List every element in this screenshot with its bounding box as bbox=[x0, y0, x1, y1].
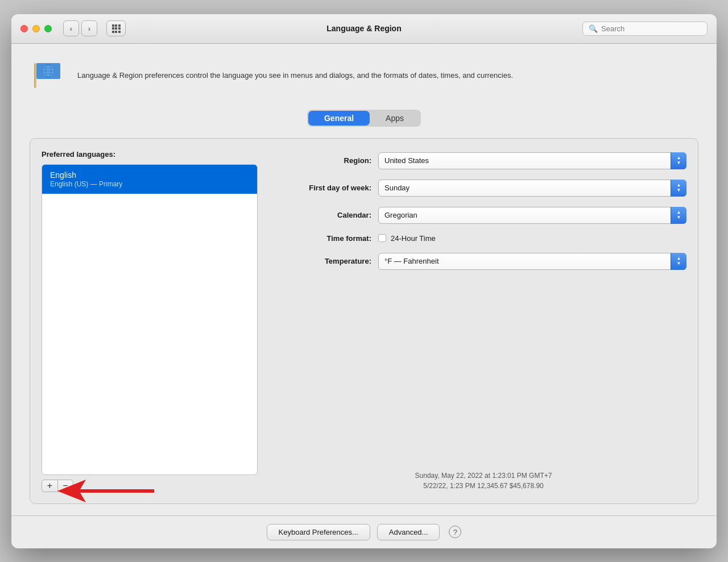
calendar-row: Calendar: Gregorian Buddhist Hebrew Isla… bbox=[280, 207, 686, 224]
time-format-label: Time format: bbox=[280, 234, 371, 243]
region-select-wrapper: United States United Kingdom Canada Aust… bbox=[378, 152, 686, 169]
temperature-label: Temperature: bbox=[280, 257, 371, 265]
first-day-label: First day of week: bbox=[280, 184, 371, 192]
window-title: Language & Region bbox=[326, 24, 401, 33]
date-preview-line1: Sunday, May 22, 2022 at 1:23:01 PM GMT+7 bbox=[280, 472, 686, 480]
region-select[interactable]: United States United Kingdom Canada Aust… bbox=[378, 152, 686, 169]
search-input[interactable] bbox=[601, 24, 701, 33]
first-day-select-wrapper: Sunday Monday Saturday ▲ ▼ bbox=[378, 180, 686, 197]
search-box[interactable]: 🔍 bbox=[582, 22, 708, 36]
traffic-lights bbox=[20, 25, 52, 32]
forward-button[interactable]: › bbox=[81, 20, 97, 36]
tabs-container: General Apps bbox=[30, 110, 698, 127]
svg-rect-0 bbox=[34, 63, 36, 88]
close-button[interactable] bbox=[20, 25, 28, 32]
help-button[interactable]: ? bbox=[449, 526, 461, 538]
bottom-bar: Keyboard Preferences... Advanced... ? bbox=[11, 515, 717, 548]
temperature-select[interactable]: °F — Fahrenheit °C — Celsius bbox=[378, 253, 686, 270]
search-icon: 🔍 bbox=[589, 24, 598, 33]
main-panel: Preferred languages: English English (US… bbox=[30, 138, 698, 504]
first-day-row: First day of week: Sunday Monday Saturda… bbox=[280, 180, 686, 197]
language-list: English English (US) — Primary bbox=[42, 164, 258, 475]
calendar-label: Calendar: bbox=[280, 211, 371, 219]
left-panel: Preferred languages: English English (US… bbox=[42, 150, 258, 492]
main-window: ‹ › Language & Region 🔍 bbox=[11, 14, 717, 548]
time-format-checkbox[interactable] bbox=[378, 234, 386, 242]
date-preview-line2: 5/22/22, 1:23 PM 12,345.67 $45,678.90 bbox=[280, 482, 686, 490]
content-area: Language & Region preferences control th… bbox=[11, 44, 717, 515]
nav-buttons: ‹ › bbox=[63, 20, 97, 36]
region-row: Region: United States United Kingdom Can… bbox=[280, 152, 686, 169]
keyboard-preferences-button[interactable]: Keyboard Preferences... bbox=[267, 524, 370, 540]
time-format-checkbox-wrapper: 24-Hour Time bbox=[378, 234, 436, 243]
list-item[interactable]: English English (US) — Primary bbox=[42, 165, 257, 194]
grid-icon bbox=[112, 24, 121, 33]
tab-group: General Apps bbox=[307, 110, 421, 127]
tab-apps[interactable]: Apps bbox=[370, 111, 420, 126]
grid-button[interactable] bbox=[106, 20, 126, 36]
language-sub: English (US) — Primary bbox=[50, 180, 249, 188]
add-language-button[interactable]: + bbox=[42, 480, 57, 492]
temperature-row: Temperature: °F — Fahrenheit °C — Celsiu… bbox=[280, 253, 686, 270]
globe-icon bbox=[30, 57, 66, 94]
advanced-button[interactable]: Advanced... bbox=[377, 524, 440, 540]
preferred-languages-label: Preferred languages: bbox=[42, 150, 258, 159]
tab-general[interactable]: General bbox=[308, 111, 370, 126]
svg-marker-7 bbox=[57, 480, 154, 502]
minimize-button[interactable] bbox=[32, 25, 40, 32]
time-format-checkbox-label: 24-Hour Time bbox=[391, 234, 436, 243]
calendar-select[interactable]: Gregorian Buddhist Hebrew Islamic bbox=[378, 207, 686, 224]
arrow-annotation bbox=[57, 477, 160, 507]
date-preview: Sunday, May 22, 2022 at 1:23:01 PM GMT+7… bbox=[280, 460, 686, 492]
language-name: English bbox=[50, 170, 249, 180]
time-format-row: Time format: 24-Hour Time bbox=[280, 234, 686, 243]
description-text: Language & Region preferences control th… bbox=[77, 70, 513, 81]
titlebar: ‹ › Language & Region 🔍 bbox=[11, 14, 717, 44]
region-label: Region: bbox=[280, 156, 371, 165]
maximize-button[interactable] bbox=[44, 25, 52, 32]
list-buttons: + − bbox=[42, 480, 258, 492]
description-row: Language & Region preferences control th… bbox=[30, 57, 698, 101]
temperature-select-wrapper: °F — Fahrenheit °C — Celsius ▲ ▼ bbox=[378, 253, 686, 270]
back-button[interactable]: ‹ bbox=[63, 20, 79, 36]
calendar-select-wrapper: Gregorian Buddhist Hebrew Islamic ▲ ▼ bbox=[378, 207, 686, 224]
right-panel: Region: United States United Kingdom Can… bbox=[280, 150, 686, 492]
first-day-select[interactable]: Sunday Monday Saturday bbox=[378, 180, 686, 197]
